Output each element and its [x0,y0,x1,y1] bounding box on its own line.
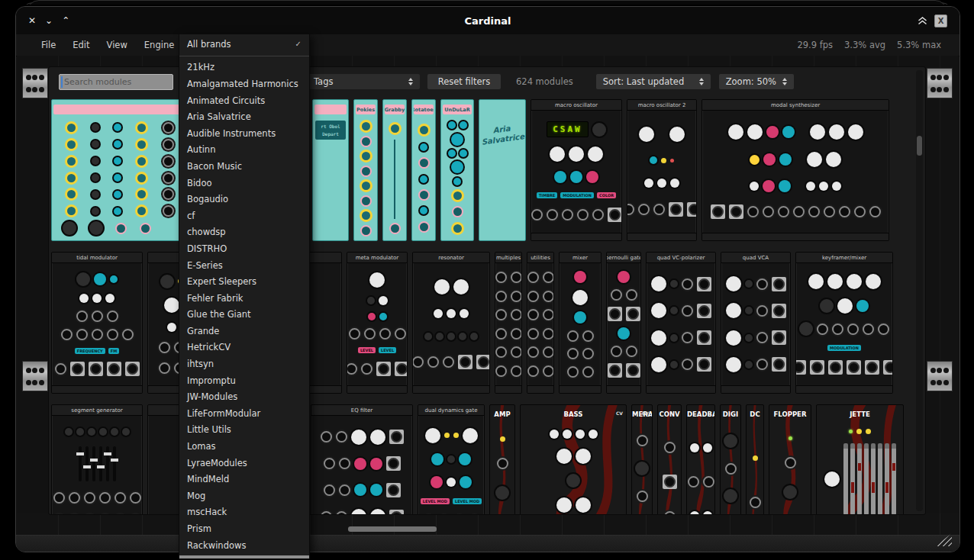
app-icon[interactable]: X [934,14,947,27]
knob-icon [360,120,373,133]
knob-icon [566,474,580,488]
brand-menu-item[interactable]: LyraeModules [179,455,309,471]
jack-icon [495,365,507,377]
module-title: quad VCA [721,253,790,263]
module-card[interactable]: segment generator [51,404,143,515]
module-card[interactable]: modal synthesizer [701,99,889,241]
brand-menu-item[interactable]: Glue the Giant [179,307,309,323]
vertical-scrollbar[interactable] [916,70,923,511]
module-card[interactable]: utilities [527,252,554,394]
brand-menu-item[interactable]: Lomas [179,438,309,455]
knob-icon [351,430,366,445]
brand-menu-item[interactable]: chowdsp [179,224,309,241]
module-card[interactable]: macro oscillator 2 [627,99,697,241]
brand-menu-item[interactable]: JW-Modules [179,388,309,405]
reset-filters-button[interactable]: Reset filters [427,74,501,89]
minimize-button[interactable]: ⌄ [45,15,53,26]
panel-row [724,276,788,291]
knob-icon [135,204,148,217]
panel-row [530,328,551,340]
module-card[interactable]: Grabby [382,99,407,241]
label-chip: FREQUENCY [75,348,105,354]
knob-icon [418,124,431,137]
menu-edit[interactable]: Edit [64,40,98,50]
brand-menu-item[interactable]: Impromptu [179,372,309,389]
horizontal-scrollbar-thumb[interactable] [348,526,437,532]
brand-menu-item[interactable]: Bidoo [179,175,309,191]
module-card[interactable]: DC [746,404,764,515]
brand-menu-item-selected[interactable]: All brands✓ [179,36,309,53]
brand-menu-item[interactable]: Bogaudio [179,191,309,208]
brand-menu-item[interactable]: Amalgamated Harmonics [179,76,309,92]
brand-menu-item[interactable]: DISTRHO [179,240,309,257]
panel-row [443,189,471,202]
brand-menu-item[interactable]: MindMeld [179,471,309,488]
module-card[interactable]: JETTE [816,404,904,515]
brand-menu-item[interactable]: ihtsyn [179,356,309,372]
brand-menu-item[interactable]: cf [179,208,309,224]
brand-menu-item[interactable]: Audible Instruments [179,125,309,142]
brand-menu-item[interactable]: mscHack [179,504,309,521]
brand-menu-item[interactable]: Fehler Fabrik [179,290,309,307]
zoom-dropdown[interactable]: Zoom: 50% [719,74,794,89]
module-card[interactable]: multiples [495,252,522,394]
panel-row [498,346,519,358]
module-card[interactable]: DEADBAND [686,404,715,515]
module-card[interactable]: FLOPPER [769,404,811,515]
module-card[interactable]: AMP [489,404,515,515]
brand-menu-item[interactable]: LifeFormModular [179,405,309,422]
tags-dropdown[interactable]: Tags [307,74,420,89]
module-card[interactable]: resonator [412,252,490,394]
label-chips: LEVEL MODLEVEL MOD [421,498,482,504]
brand-menu-item[interactable]: Little Utils [179,422,309,439]
brand-menu-item[interactable]: Expert Sleepers [179,273,309,290]
module-panel [817,418,903,515]
module-card[interactable]: UnDuLaR [440,99,474,241]
module-card[interactable]: rt ObolDepart [312,99,349,241]
module-card[interactable]: DIGI [720,404,741,515]
search-input[interactable] [60,77,173,87]
menu-file[interactable]: File [33,40,64,50]
menu-engine[interactable]: Engine [136,40,182,50]
module-card[interactable]: AriaSalvatrice [479,99,526,241]
sort-dropdown[interactable]: Sort: Last updated [596,74,711,89]
brand-menu-item[interactable]: E-Series [179,257,309,274]
module-card[interactable]: keyframer/mixerMODULATION [795,252,893,394]
brand-menu-item[interactable]: Autinn [179,142,309,159]
brand-menu-item[interactable]: Grande [179,323,309,340]
module-card[interactable]: macro oscillatorCSAWTIMBREMODULATIONCOLO… [531,99,622,241]
brand-menu-item[interactable]: Aria Salvatrice [179,108,309,125]
brand-menu-item[interactable]: Prism [179,520,309,537]
module-panel: FREQUENCYFM [52,263,142,385]
module-card[interactable]: EQ filter [311,404,413,515]
brand-menu-item[interactable]: Bacon Music [179,158,309,175]
module-card[interactable]: tidal modulatorFREQUENCYFM [51,252,143,394]
module-card[interactable]: bernoulli gate [606,252,641,394]
module-card[interactable]: Pokies [353,99,378,241]
jack-icon [626,346,637,357]
module-card[interactable]: meta modulatorLEVELLEVEL [347,252,408,394]
brand-menu-item[interactable]: Animated Circuits [179,92,309,109]
brand-menu-item[interactable]: HetrickCV [179,340,309,356]
module-card[interactable]: BASSCV [520,404,627,515]
output-jack-icon [697,304,711,318]
maximize-button[interactable]: ⌃ [62,15,69,26]
knob-icon [448,150,456,157]
brand-menu-item[interactable]: Rackwindows [179,537,309,554]
menu-view[interactable]: View [98,40,136,50]
bar-icon [892,443,896,515]
led-icon [856,429,862,434]
module-card[interactable]: MERACV [631,404,653,515]
close-button[interactable]: ✕ [28,15,36,26]
module-card[interactable]: quad VC-polarizer [646,252,716,394]
collapse-double-chevron-icon[interactable] [918,17,927,25]
knob-icon [451,134,463,146]
module-card[interactable]: dual dynamics gateLEVEL MODLEVEL MOD [418,404,485,515]
brand-menu-item[interactable]: 21kHz [179,60,309,76]
vertical-scrollbar-thumb[interactable] [917,136,922,156]
module-card[interactable]: mixer [559,252,601,394]
module-card[interactable]: quad VCA [721,252,791,394]
module-card[interactable]: Rotatoes [411,99,436,241]
brand-menu-item[interactable]: Mog [179,488,309,504]
module-card[interactable]: CONV [657,404,682,515]
